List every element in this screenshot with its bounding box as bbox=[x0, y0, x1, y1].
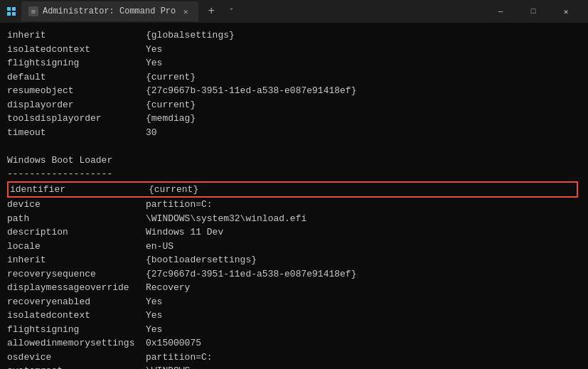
tab-dropdown-button[interactable]: ˅ bbox=[224, 4, 238, 18]
terminal-line: recoveryenabledYes bbox=[7, 295, 581, 309]
terminal-line: ------------------- bbox=[7, 167, 581, 181]
terminal-output: inherit{globalsettings}isolatedcontextYe… bbox=[0, 23, 588, 369]
tab-label: Administrator: Command Pro bbox=[43, 6, 176, 16]
window-icon bbox=[6, 6, 17, 17]
terminal-line: systemroot\WINDOWS bbox=[7, 364, 581, 369]
terminal-line: inherit{globalsettings} bbox=[7, 28, 581, 43]
terminal-line: descriptionWindows 11 Dev bbox=[7, 225, 581, 240]
terminal-line: displayorder{current} bbox=[7, 98, 581, 112]
tab-icon: ⊞ bbox=[28, 6, 38, 16]
svg-rect-2 bbox=[7, 12, 11, 16]
terminal-line: recoverysequence{27c9667d-3951-11ed-a538… bbox=[7, 267, 581, 282]
tab-close-button[interactable]: ✕ bbox=[180, 6, 191, 17]
terminal-line: inherit{bootloadersettings} bbox=[7, 253, 581, 267]
title-bar-left: ⊞ Administrator: Command Pro ✕ + ˅ bbox=[6, 1, 484, 21]
highlighted-row: identifier{current} bbox=[7, 181, 578, 198]
new-tab-button[interactable]: + bbox=[203, 3, 220, 20]
terminal-line: devicepartition=C: bbox=[7, 198, 581, 212]
title-bar: ⊞ Administrator: Command Pro ✕ + ˅ — □ ✕ bbox=[0, 0, 588, 23]
terminal-line: localeen-US bbox=[7, 240, 581, 254]
active-tab[interactable]: ⊞ Administrator: Command Pro ✕ bbox=[21, 1, 198, 21]
terminal-line: allowedinmemorysettings0x15000075 bbox=[7, 336, 581, 351]
terminal-line: osdevicepartition=C: bbox=[7, 351, 581, 365]
terminal-line: Windows Boot Loader bbox=[7, 154, 581, 168]
svg-rect-3 bbox=[12, 12, 16, 16]
terminal-line: isolatedcontextYes bbox=[7, 309, 581, 323]
terminal-line: displaymessageoverrideRecovery bbox=[7, 281, 581, 295]
svg-rect-1 bbox=[12, 7, 16, 11]
window-controls: — □ ✕ bbox=[484, 0, 582, 23]
terminal-line: resumeobject{27c9667b-3951-11ed-a538-e08… bbox=[7, 84, 581, 98]
terminal-line: path\WINDOWS\system32\winload.efi bbox=[7, 212, 581, 226]
terminal-line: default{current} bbox=[7, 70, 581, 85]
terminal-line: flightsigningYes bbox=[7, 56, 581, 70]
maximize-button[interactable]: □ bbox=[517, 0, 550, 23]
close-button[interactable]: ✕ bbox=[550, 0, 582, 23]
terminal-line: toolsdisplayorder{memdiag} bbox=[7, 112, 581, 126]
terminal-line: isolatedcontextYes bbox=[7, 43, 581, 57]
minimize-button[interactable]: — bbox=[484, 0, 517, 23]
terminal-line: flightsigningYes bbox=[7, 323, 581, 337]
terminal-line: identifier{current} bbox=[7, 181, 581, 198]
terminal-line bbox=[7, 139, 581, 154]
svg-rect-0 bbox=[7, 7, 11, 11]
terminal-line: timeout30 bbox=[7, 126, 581, 140]
